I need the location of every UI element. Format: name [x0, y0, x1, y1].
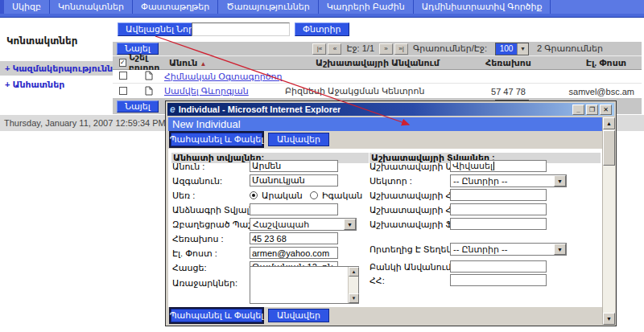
chevron-down-icon[interactable]: ▼: [517, 43, 528, 55]
scroll-up-icon[interactable]: ▲: [349, 267, 359, 277]
main-menubar: Սկիզբ Կոնտակտներ Փաստաթղթեր Ծառայություն…: [0, 0, 644, 14]
phone-input[interactable]: [250, 232, 338, 244]
menu-tab-services[interactable]: Ծառայություններ: [218, 0, 319, 14]
status-datetime: Thursday, January 11, 2007 12:59:34 PM: [4, 118, 166, 128]
minimize-button[interactable]: _: [572, 105, 584, 115]
sector-value: -- Ընտրիր --: [451, 176, 554, 186]
work-name-input[interactable]: Վիվասել: [450, 160, 547, 172]
last-name-label: Ազգանուն:: [172, 176, 222, 186]
first-page-button[interactable]: |«: [312, 43, 326, 55]
text-cursor: [493, 162, 494, 170]
gender-male-label: Արական: [262, 191, 303, 201]
dialog-titlebar[interactable]: e Individual - Microsoft Internet Explor…: [167, 103, 614, 116]
work-phone-input[interactable]: [450, 189, 547, 201]
expand-plus-icon[interactable]: +: [5, 80, 10, 89]
close-button[interactable]: ✕: [600, 105, 612, 115]
cell-phone: 57 47 78: [470, 87, 547, 96]
select-all-checkbox[interactable]: ✓: [119, 59, 126, 67]
first-name-label: Անուն :: [172, 162, 204, 172]
expand-plus-icon[interactable]: +: [5, 64, 10, 73]
records-count: 2 Գրառումներ: [537, 43, 603, 54]
cancel-button[interactable]: Անվավեր: [268, 309, 329, 322]
column-header-email[interactable]: Էլ. Փոստ: [547, 58, 641, 68]
search-button[interactable]: Փնտրիր: [295, 23, 349, 36]
per-page-select[interactable]: 100 ▼: [495, 43, 529, 55]
search-input[interactable]: [192, 23, 290, 36]
individual-dialog-window: e Individual - Microsoft Internet Explor…: [165, 100, 617, 326]
menu-tab-home[interactable]: Սկիզբ: [4, 0, 50, 14]
bank-name-label: Բանկի Անվանում:: [369, 262, 454, 273]
suggestions-textarea[interactable]: ▲ ▼: [250, 266, 359, 304]
gender-female-radio[interactable]: [310, 191, 318, 199]
chevron-down-icon[interactable]: ▼: [344, 219, 356, 230]
account-number-label: ՀՀ:: [369, 276, 385, 286]
prev-page-button[interactable]: «: [328, 43, 341, 55]
scrollbar-thumb[interactable]: [603, 130, 615, 166]
work-name-value: Վիվասել: [452, 161, 493, 171]
chevron-down-icon[interactable]: ▼: [554, 244, 566, 255]
cell-email: samvel@bsc.am: [547, 87, 641, 96]
sidebar-item-label: Անհատներ: [12, 80, 64, 89]
email-input[interactable]: [250, 247, 338, 259]
suggestions-label: Առաջարկներ:: [172, 278, 237, 289]
gender-male-radio[interactable]: [250, 191, 258, 199]
pagination: |« « Էջ: 1/1 » »| Գրառումներ/Էջ: 100 ▼ 2…: [312, 43, 603, 55]
account-number-input[interactable]: [450, 274, 547, 286]
bank-name-input[interactable]: [450, 260, 547, 273]
page-indicator: Էջ: 1/1: [346, 43, 374, 54]
position-select[interactable]: Հաշվապահ ▼: [250, 218, 357, 231]
sidebar-item-label: Կազմակերպություններ: [12, 64, 113, 73]
next-page-button[interactable]: »: [379, 43, 393, 55]
application-window: Սկիզբ Կոնտակտներ Փաստաթղթեր Ծառայություն…: [0, 0, 644, 332]
dialog-page-title: New Individual: [168, 117, 602, 131]
work-fax-input[interactable]: [450, 218, 547, 230]
maximize-button[interactable]: ❐: [586, 105, 598, 115]
sidebar-title: Կոնտակտներ: [6, 35, 78, 47]
sidebar-item-organizations[interactable]: +Կազմակերպություններ: [0, 61, 113, 76]
work-address-input[interactable]: [450, 203, 547, 215]
passport-input[interactable]: [250, 203, 338, 215]
sort-asc-icon: ▲: [200, 60, 206, 68]
list-toolbar-top: Նայել |« « Էջ: 1/1 » »| Գրառումներ/Էջ: 1…: [113, 42, 642, 56]
menubar-underline: [0, 14, 644, 18]
sector-select[interactable]: -- Ընտրիր -- ▼: [450, 174, 567, 187]
referral-select[interactable]: -- Ընտրիր -- ▼: [450, 243, 567, 256]
last-name-input[interactable]: [250, 174, 338, 186]
contact-link[interactable]: Հիմնական Օգտագործող: [164, 72, 283, 81]
phone-label: Հեռախոս :: [172, 234, 224, 244]
menu-tab-hr[interactable]: Կադրերի Բաժին: [319, 0, 414, 14]
cancel-button[interactable]: Անվավեր: [268, 133, 329, 146]
scroll-down-icon[interactable]: ▼: [603, 313, 615, 325]
sidebar-item-individuals[interactable]: +Անհատներ: [0, 77, 113, 92]
dialog-toolbar-top: Պահպանել և Փակել Անվավեր: [168, 131, 602, 149]
scroll-up-icon[interactable]: ▲: [603, 117, 615, 129]
contact-link[interactable]: Սամվել Գևորգյան: [164, 86, 249, 96]
view-button[interactable]: Նայել: [117, 100, 159, 113]
cell-workplace: Բիզնեսի Աջակցման Կենտրոն: [285, 86, 470, 96]
save-and-close-button[interactable]: Պահպանել և Փակել: [171, 309, 262, 322]
document-icon: [145, 71, 153, 80]
first-name-input[interactable]: [250, 160, 338, 172]
column-header-phone[interactable]: Հեռախոս: [470, 58, 547, 68]
menu-tab-contacts[interactable]: Կոնտակտներ: [50, 0, 133, 14]
scroll-down-icon[interactable]: ▼: [349, 293, 359, 303]
table-row[interactable]: Սամվել Գևորգյան Բիզնեսի Աջակցման Կենտրոն…: [113, 84, 642, 98]
column-header-name[interactable]: Անուն▲: [169, 58, 285, 68]
address-label: Հասցե:: [172, 263, 207, 273]
chevron-down-icon[interactable]: ▼: [554, 175, 566, 186]
document-icon: [145, 86, 153, 96]
table-row[interactable]: Հիմնական Օգտագործող: [113, 70, 642, 84]
per-page-label: Գրառումներ/Էջ:: [413, 43, 487, 54]
save-and-close-button[interactable]: Պահպանել և Փակել: [171, 133, 262, 146]
menu-tab-documents[interactable]: Փաստաթղթեր: [133, 0, 218, 14]
column-header-workplace[interactable]: Աշխատավայրի Անվանում: [285, 58, 470, 68]
dialog-scrollbar[interactable]: ▲ ▼: [602, 117, 615, 325]
dialog-content: New Individual Պահպանել և Փակել Անվավեր …: [168, 117, 615, 325]
textarea-scrollbar[interactable]: ▲ ▼: [348, 267, 358, 303]
gender-label: Սեռ :: [172, 191, 195, 201]
row-checkbox[interactable]: [119, 72, 127, 80]
menu-tab-admin-tools[interactable]: Ադմինիստրատիվ Գործիք: [414, 0, 551, 14]
row-checkbox[interactable]: [119, 87, 127, 95]
last-page-button[interactable]: »|: [394, 43, 408, 55]
gender-female-label: Իգական: [322, 191, 362, 201]
